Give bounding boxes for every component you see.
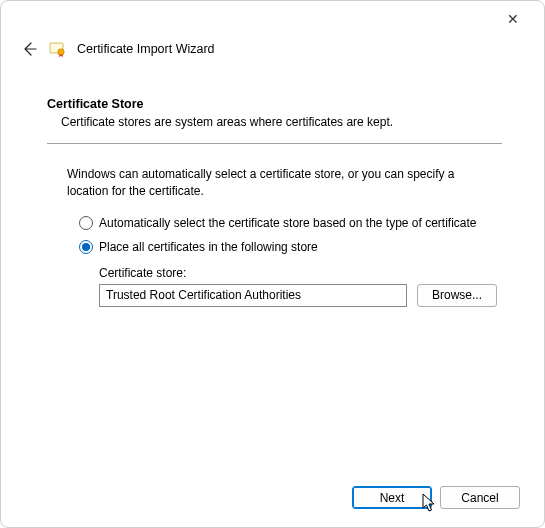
instruction-text: Windows can automatically select a certi… xyxy=(47,166,502,200)
radio-manual-select[interactable]: Place all certificates in the following … xyxy=(79,240,502,254)
next-button[interactable]: Next xyxy=(352,486,432,509)
svg-point-1 xyxy=(58,49,64,55)
browse-button[interactable]: Browse... xyxy=(417,284,497,307)
close-button[interactable]: ✕ xyxy=(496,7,530,31)
cancel-button[interactable]: Cancel xyxy=(440,486,520,509)
wizard-header: Certificate Import Wizard xyxy=(1,1,544,67)
radio-icon xyxy=(79,240,93,254)
radio-auto-label: Automatically select the certificate sto… xyxy=(99,216,477,230)
divider xyxy=(47,143,502,144)
store-field-label: Certificate store: xyxy=(99,266,502,280)
back-arrow-icon xyxy=(21,41,37,57)
next-button-label: Next xyxy=(380,491,405,505)
cancel-button-label: Cancel xyxy=(461,491,498,505)
radio-manual-label: Place all certificates in the following … xyxy=(99,240,318,254)
certificate-icon xyxy=(49,40,67,58)
certificate-store-input[interactable] xyxy=(99,284,407,307)
close-icon: ✕ xyxy=(507,11,519,27)
radio-icon xyxy=(79,216,93,230)
section-description: Certificate stores are system areas wher… xyxy=(47,115,502,129)
back-button[interactable] xyxy=(19,39,39,59)
browse-button-label: Browse... xyxy=(432,288,482,302)
store-selection-group: Automatically select the certificate sto… xyxy=(47,216,502,254)
section-heading: Certificate Store xyxy=(47,97,502,111)
wizard-title: Certificate Import Wizard xyxy=(77,42,215,56)
radio-auto-select[interactable]: Automatically select the certificate sto… xyxy=(79,216,502,230)
